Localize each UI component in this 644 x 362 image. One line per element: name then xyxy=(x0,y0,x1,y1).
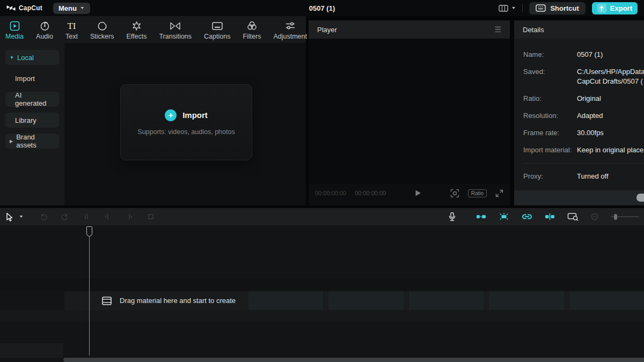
sidebar-item-ai-generated[interactable]: AI generated xyxy=(5,92,59,107)
hamburger-icon[interactable]: ☰ xyxy=(494,26,501,33)
crop-icon[interactable] xyxy=(147,213,155,220)
playhead-handle[interactable] xyxy=(86,226,92,237)
playhead-line xyxy=(89,237,90,356)
adjustment-icon xyxy=(285,20,296,31)
chevron-down-icon[interactable]: ▼ xyxy=(19,215,24,219)
layout-icon xyxy=(499,5,508,12)
workspace-layout-button[interactable]: ▼ xyxy=(499,5,516,12)
sidebar-item-brand-assets[interactable]: ▶ Brand assets xyxy=(5,134,59,149)
select-tool-button[interactable]: ▼ xyxy=(5,212,24,221)
import-dropzone[interactable]: + Import Supports: videos, audios, photo… xyxy=(120,84,252,160)
tab-label: Adjustment xyxy=(273,33,307,40)
sidebar-item-import[interactable]: Import xyxy=(5,71,59,86)
tab-stickers[interactable]: Stickers xyxy=(90,16,114,43)
snapshot-icon[interactable] xyxy=(450,189,459,198)
timeline-toolbar: ▼ xyxy=(0,208,644,225)
track-placeholder xyxy=(248,291,323,310)
tab-label: Filters xyxy=(243,33,261,40)
tab-audio[interactable]: Audio xyxy=(36,16,53,43)
main-track[interactable]: Drag material here and start to create xyxy=(64,291,644,310)
tab-label: Text xyxy=(65,33,78,40)
tab-captions[interactable]: Captions xyxy=(204,16,230,43)
delete-right-icon[interactable] xyxy=(126,213,133,220)
tab-transitions[interactable]: Transitions xyxy=(159,16,192,43)
detail-row-saved: Saved: C:/Users/HP/AppData CapCut Drafts… xyxy=(514,67,644,86)
split-icon[interactable] xyxy=(83,213,90,220)
sidebar-item-label: Import xyxy=(15,75,35,83)
menu-label: Menu xyxy=(58,4,77,12)
auto-attract-icon[interactable] xyxy=(499,212,509,221)
details-footer-button[interactable] xyxy=(636,194,644,202)
undo-icon[interactable] xyxy=(40,213,47,220)
captions-icon xyxy=(212,20,223,31)
transitions-icon xyxy=(170,20,181,31)
horizontal-scrollbar[interactable] xyxy=(63,358,644,362)
detail-row-ratio: Ratio: Original xyxy=(514,94,644,104)
audio-icon xyxy=(40,20,50,31)
capcut-logo: CapCut xyxy=(6,4,42,12)
tab-adjustment[interactable]: Adjustment xyxy=(273,16,307,43)
timecode-total: 00:00:00:00 xyxy=(355,190,386,196)
media-panel: ▼ Local Import AI generated Library ▶ Br… xyxy=(0,43,306,205)
timeline-area[interactable]: Drag material here and start to create xyxy=(0,225,644,362)
detail-label: Import material: xyxy=(523,145,577,155)
details-panel: Details Name: 0507 (1) Saved: C:/Users/H… xyxy=(514,20,644,205)
track-placeholders xyxy=(248,291,644,310)
track-placeholder xyxy=(489,291,564,310)
tab-media[interactable]: Media xyxy=(5,16,24,43)
tab-text[interactable]: TI Text xyxy=(65,16,78,43)
detail-value: C:/Users/HP/AppData CapCut Drafts/0507 ( xyxy=(577,67,644,86)
cursor-icon xyxy=(5,212,14,221)
filters-icon xyxy=(247,20,257,31)
preview-axis-icon[interactable] xyxy=(567,212,579,221)
menu-button[interactable]: Menu ▼ xyxy=(53,3,90,14)
sidebar-item-local[interactable]: ▼ Local xyxy=(5,50,59,65)
microphone-icon[interactable] xyxy=(448,212,456,221)
slider-handle[interactable] xyxy=(614,214,617,220)
import-button[interactable]: + Import xyxy=(165,109,208,121)
sidebar-item-library[interactable]: Library xyxy=(5,113,59,128)
asset-tabbar: Media Audio TI Text xyxy=(0,16,306,43)
timecode-current: 00:00:00:00 xyxy=(315,190,346,196)
track-drop-hint: Drag material here and start to create xyxy=(102,291,236,310)
sidebar-item-label: Brand assets xyxy=(16,133,55,149)
export-button[interactable]: Export xyxy=(592,2,638,14)
shortcut-label: Shortcut xyxy=(550,4,579,12)
track-placeholder xyxy=(569,291,644,310)
media-content: + Import Supports: videos, audios, photo… xyxy=(64,43,306,205)
divider xyxy=(522,4,523,12)
sidebar-item-label: Library xyxy=(15,116,36,124)
linking-icon[interactable] xyxy=(522,213,532,220)
detail-row-framerate: Frame rate: 30.00fps xyxy=(514,128,644,138)
tab-effects[interactable]: Effects xyxy=(126,16,147,43)
text-icon: TI xyxy=(67,20,76,31)
chevron-down-icon: ▼ xyxy=(511,6,516,10)
player-title: Player xyxy=(317,26,337,34)
timeline-zoom-slider[interactable] xyxy=(611,213,639,220)
detail-value: 30.00fps xyxy=(577,128,644,138)
snap-main-track-icon[interactable] xyxy=(476,213,486,220)
tab-label: Audio xyxy=(36,33,53,40)
sidebar-item-label: Local xyxy=(17,54,34,62)
play-icon[interactable] xyxy=(415,189,421,197)
edit-tools-disabled xyxy=(40,213,155,220)
redo-icon[interactable] xyxy=(61,213,69,220)
detail-label: Resolution: xyxy=(523,111,577,121)
playhead[interactable] xyxy=(86,225,93,357)
tab-filters[interactable]: Filters xyxy=(243,16,261,43)
details-footer xyxy=(514,190,644,205)
track-placeholder xyxy=(328,291,403,310)
import-hint: Supports: videos, audios, photos xyxy=(137,128,235,136)
zoom-out-icon[interactable] xyxy=(591,213,598,220)
delete-left-icon[interactable] xyxy=(104,213,112,220)
detail-label: Proxy: xyxy=(523,172,577,181)
detail-label: Frame rate: xyxy=(523,128,577,138)
details-header: Details xyxy=(514,20,644,39)
timecodes: 00:00:00:00 00:00:00:00 xyxy=(315,190,386,196)
detail-label: Saved: xyxy=(523,67,577,86)
mirror-split-icon[interactable] xyxy=(545,213,555,220)
ratio-button[interactable]: Ratio xyxy=(468,189,487,197)
shortcut-button[interactable]: Shortcut xyxy=(529,2,585,14)
keyboard-icon xyxy=(536,4,546,12)
fullscreen-icon[interactable] xyxy=(495,189,503,197)
